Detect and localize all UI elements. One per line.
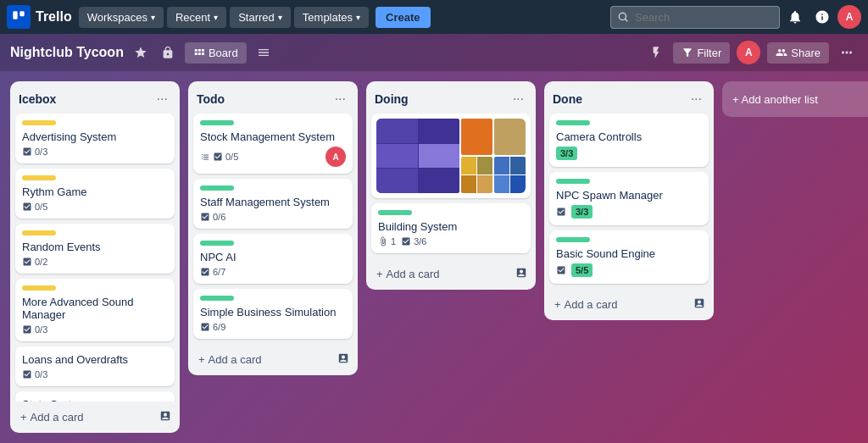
user-avatar[interactable]: A	[837, 5, 861, 29]
bell-icon	[787, 9, 803, 25]
list-footer-icebox: + Add a card	[10, 401, 180, 433]
checklist-basic-sound	[556, 265, 566, 275]
lightning-icon	[649, 46, 663, 59]
templates-menu[interactable]: Templates ▾	[294, 7, 369, 28]
add-card-todo[interactable]: + Add a card	[193, 350, 266, 369]
card-title-building: Building System	[378, 220, 524, 233]
share-label: Share	[791, 47, 821, 59]
card-advertising[interactable]: Advertising System 0/3	[15, 114, 175, 163]
template-card-doing[interactable]	[512, 263, 531, 285]
card-title-simple-biz: Simple Business Simulation	[200, 306, 346, 318]
card-color-npc-spawn	[556, 179, 590, 184]
card-rythm[interactable]: Rythm Game 0/5	[15, 169, 175, 219]
card-meta-rythm: 0/5	[22, 202, 168, 212]
search-wrap	[610, 6, 780, 29]
recent-chevron: ▾	[214, 13, 218, 22]
trello-icon	[7, 5, 31, 29]
list-cards-doing: Building System 1 3/6	[366, 114, 536, 258]
star-icon	[134, 46, 147, 59]
card-meta-basic-sound: 5/5	[556, 263, 702, 277]
card-stock[interactable]: Stock Management System 0/5 A	[193, 114, 353, 174]
template-icon-todo	[337, 352, 349, 364]
list-menu-icebox[interactable]: ···	[153, 90, 171, 108]
template-icon	[159, 410, 171, 422]
workspaces-menu[interactable]: Workspaces ▾	[79, 7, 164, 28]
lock-board-button[interactable]	[158, 42, 178, 63]
more-button[interactable]	[836, 42, 858, 64]
checklist-random: 0/2	[22, 257, 47, 267]
filter-label: Filter	[697, 47, 721, 59]
list-doing: Doing ···	[366, 81, 536, 290]
filter-button[interactable]: Filter	[673, 42, 730, 64]
list-title-icebox: Icebox	[19, 92, 56, 106]
card-loans[interactable]: Loans and Overdrafts 0/3	[15, 346, 175, 386]
checklist-advertising: 0/3	[22, 147, 47, 157]
card-title-camera: Camera Controlls	[556, 130, 702, 143]
card-title-more-sound: More Advanced Sound Manager	[22, 296, 168, 321]
checklist-stock: 0/5	[200, 152, 238, 162]
card-building[interactable]: Building System 1 3/6	[371, 203, 531, 253]
list-header-todo: Todo ···	[188, 81, 358, 114]
checklist-building: 3/6	[401, 236, 426, 246]
card-meta-building: 1 3/6	[378, 236, 524, 246]
card-staff[interactable]: Staff Management System 0/6	[193, 179, 353, 229]
member-avatar-stock: A	[326, 147, 346, 167]
card-npc-spawn[interactable]: NPC Spawn Manager 3/3	[549, 172, 709, 225]
add-another-list[interactable]: + Add another list	[722, 81, 868, 117]
options-icon	[257, 46, 270, 59]
create-button[interactable]: Create	[376, 7, 430, 28]
card-more-sound[interactable]: More Advanced Sound Manager 0/3	[15, 279, 175, 341]
add-card-done[interactable]: + Add a card	[549, 295, 622, 314]
add-card-icebox[interactable]: + Add a card	[15, 407, 88, 427]
list-icebox: Icebox ··· Advertising System 0/3 Rythm …	[10, 81, 180, 433]
recent-label: Recent	[175, 11, 210, 24]
star-board-button[interactable]	[131, 42, 151, 63]
card-color-basic-sound	[556, 237, 590, 242]
card-simple-biz[interactable]: Simple Business Simulation 6/9	[193, 289, 353, 339]
automation-button[interactable]	[646, 42, 666, 63]
list-title-doing: Doing	[375, 92, 409, 106]
card-color-random	[22, 230, 56, 235]
list-done: Done ··· Camera Controlls 3/3 NPC Spawn …	[544, 81, 714, 320]
board-header: Nightclub Tycoon Board Filter A	[0, 34, 868, 71]
notifications-button[interactable]	[783, 5, 807, 29]
starred-menu[interactable]: Starred ▾	[230, 7, 291, 28]
app-name: Trello	[36, 9, 72, 25]
list-cards-done: Camera Controlls 3/3 NPC Spawn Manager 3…	[544, 114, 714, 289]
workspaces-chevron: ▾	[151, 13, 155, 22]
template-card-todo[interactable]	[334, 349, 353, 370]
card-color-camera	[556, 120, 590, 125]
board-view-button[interactable]: Board	[185, 42, 247, 64]
search-input[interactable]	[610, 6, 780, 29]
list-menu-todo[interactable]: ···	[331, 90, 349, 108]
template-card-icebox[interactable]	[156, 407, 175, 428]
view-options-button[interactable]	[253, 42, 274, 63]
card-random-events[interactable]: Random Events 0/2	[15, 224, 175, 274]
card-meta-stock: 0/5 A	[200, 147, 346, 167]
checklist-npc-ai: 6/7	[200, 267, 225, 277]
card-meta-npc-ai: 6/7	[200, 267, 346, 277]
card-meta-more-sound: 0/3	[22, 324, 168, 335]
checklist-simple-biz: 6/9	[200, 322, 225, 332]
svg-rect-1	[19, 11, 24, 16]
card-stats[interactable]: Stats System	[15, 391, 175, 401]
list-menu-doing[interactable]: ···	[509, 90, 527, 108]
card-doing-image[interactable]	[371, 114, 531, 198]
more-icon	[839, 45, 854, 60]
card-npc-ai[interactable]: NPC AI 6/7	[193, 234, 353, 284]
checklist-loans: 0/3	[22, 369, 47, 379]
card-meta-advertising: 0/3	[22, 147, 168, 157]
info-button[interactable]	[810, 5, 834, 29]
card-meta-camera: 3/3	[556, 147, 702, 160]
recent-menu[interactable]: Recent ▾	[167, 7, 226, 28]
card-basic-sound[interactable]: Basic Sound Engine 5/5	[549, 230, 709, 284]
checklist-staff: 0/6	[200, 212, 225, 222]
list-footer-done: + Add a card	[544, 289, 714, 320]
template-card-done[interactable]	[690, 294, 709, 315]
card-title-loans: Loans and Overdrafts	[22, 353, 168, 366]
share-button[interactable]: Share	[767, 42, 829, 64]
card-camera[interactable]: Camera Controlls 3/3	[549, 114, 709, 167]
topnav: Trello Workspaces ▾ Recent ▾ Starred ▾ T…	[0, 0, 868, 34]
add-card-doing[interactable]: + Add a card	[371, 264, 444, 284]
list-menu-done[interactable]: ···	[687, 90, 705, 108]
